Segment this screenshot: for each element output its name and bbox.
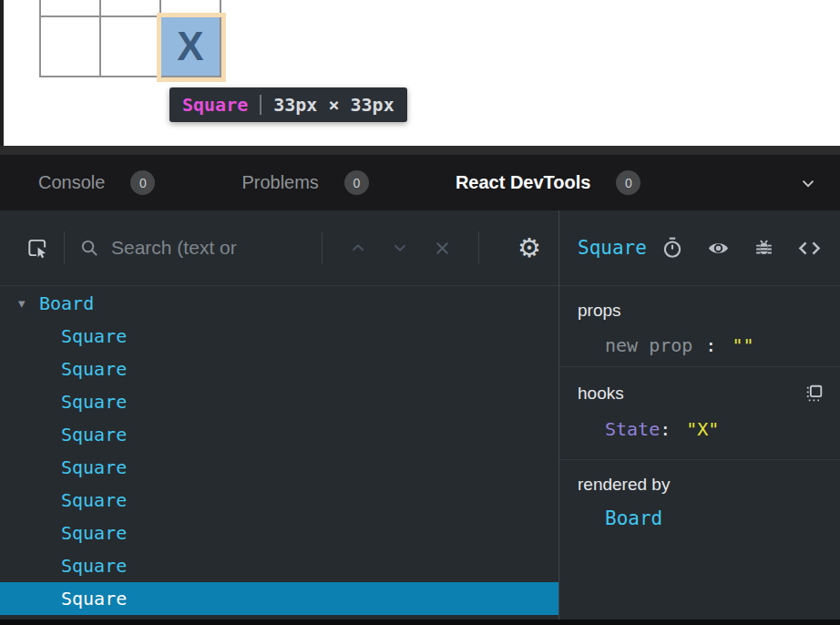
gear-icon[interactable]: ⚙ [517,235,541,261]
tree-row[interactable]: Square [0,320,558,353]
board-cell-inspected[interactable]: X [161,17,221,77]
components-tree: ▾ Board Square Square Square Square [0,286,558,620]
inspect-dom-eye-icon[interactable] [706,236,731,261]
tooltip-dimensions: 33px × 33px [273,94,394,116]
key-value-separator: : [705,334,716,356]
square-x-value: X [177,26,203,67]
panel-top-border [0,146,840,155]
key-value-separator: : [660,418,671,440]
board-cell[interactable] [101,17,161,77]
component-name: Square [61,555,127,577]
tree-row[interactable]: Square [0,582,558,615]
view-source-code-icon[interactable] [797,236,822,261]
board-cell[interactable] [161,0,221,17]
tree-row[interactable]: Square [0,418,558,451]
app-preview: X Square 33px × 33px [0,0,840,146]
hooks-section: hooks State:"X" [559,367,840,460]
log-component-bug-icon[interactable] [753,237,775,260]
new-prop-input[interactable]: new prop [605,334,692,356]
inspect-tooltip: Square 33px × 33px [169,87,407,122]
rendered-by-section: rendered by Board [559,460,840,620]
expander-icon[interactable]: ▾ [18,295,39,312]
component-details-panel: Square [559,210,840,620]
component-name: Board [39,292,94,314]
props-row: new prop:"" [605,334,825,356]
console-count-badge: 0 [130,170,155,195]
prop-value[interactable]: "" [732,334,753,356]
parse-hook-names-icon[interactable] [803,382,825,405]
board-cell[interactable] [101,0,161,17]
tree-row[interactable]: Square [0,451,558,484]
window-bottom-edge [0,620,840,625]
tab-problems[interactable]: Problems 0 [241,170,368,195]
rendered-by-title: rendered by [578,475,825,495]
toolbar-divider [322,231,323,264]
board-cell[interactable] [41,17,101,77]
search-previous-icon[interactable] [348,238,368,258]
search-box [79,237,307,259]
component-name: Square [61,391,127,413]
window-left-edge [0,0,4,146]
components-tree-panel: ⚙ ▾ Board Square Square Square [0,210,558,620]
search-input[interactable] [111,237,307,259]
props-section: props new prop:"" [559,286,840,367]
state-hook-row: State:"X" [605,418,825,440]
component-name: Square [61,358,127,380]
tree-row[interactable]: Square [0,385,558,418]
react-devtools-panel: ⚙ ▾ Board Square Square Square [0,210,840,620]
hooks-title: hooks [578,384,624,404]
details-header-icons [661,236,822,261]
tab-react-devtools[interactable]: React DevTools 0 [456,170,641,195]
props-title: props [578,301,825,321]
tab-label: Problems [241,172,318,193]
details-header: Square [559,210,840,286]
tree-row[interactable]: Square [0,484,558,517]
clear-search-icon[interactable] [432,238,453,259]
search-next-icon[interactable] [390,238,410,258]
tree-row[interactable]: Square [0,517,558,549]
suspense-timer-icon[interactable] [661,236,684,260]
tooltip-component-name: Square [182,94,248,116]
toolbar-divider [478,231,479,264]
drawer-tab-bar: Console 0 Problems 0 React DevTools 0 [0,155,840,210]
hook-name: State [605,418,660,440]
tree-row[interactable]: Square [0,353,558,385]
hook-value[interactable]: "X" [686,418,719,440]
tab-label: Console [38,172,105,193]
component-name: Square [61,424,127,446]
tree-row[interactable]: Square [0,549,558,582]
component-name: Square [61,522,127,544]
component-name: Square [61,489,127,511]
toolbar-divider [64,231,65,264]
tooltip-divider [260,95,261,115]
problems-count-badge: 0 [344,170,369,195]
react-devtools-screen: X Square 33px × 33px Console 0 Problems … [0,0,840,625]
chevron-down-icon[interactable] [798,173,818,193]
search-icon [79,238,100,259]
tic-tac-toe-board: X [39,0,221,77]
tab-console[interactable]: Console 0 [38,170,155,195]
component-name: Square [61,456,127,478]
react-devtools-count-badge: 0 [616,170,640,195]
selected-component-title: Square [578,237,647,259]
board-cell[interactable] [41,0,101,17]
tree-row[interactable]: ▾ Board [0,287,558,320]
tree-toolbar: ⚙ [0,210,558,286]
component-name: Square [61,588,127,610]
inspect-element-icon[interactable] [26,236,49,260]
tab-label: React DevTools [456,172,591,193]
component-name: Square [61,325,127,347]
rendered-by-owner-link[interactable]: Board [605,507,662,529]
